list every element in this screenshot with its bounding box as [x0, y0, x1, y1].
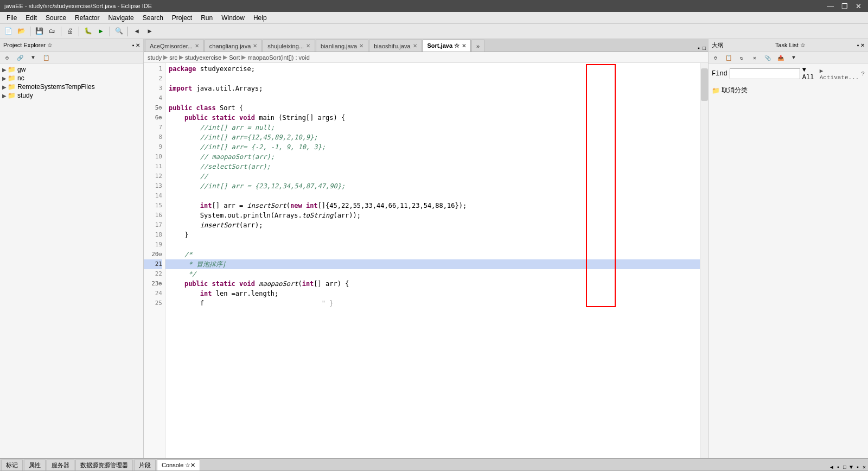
- toolbar-back[interactable]: ◀: [131, 26, 143, 37]
- rp-btn5[interactable]: 📎: [762, 52, 774, 64]
- rp-controls[interactable]: ▪ ✕: [857, 42, 865, 48]
- code-line-3: import java.util.Arrays;: [165, 84, 708, 93]
- tab-close-sort[interactable]: ✕: [462, 43, 466, 49]
- pe-label-remote: RemoteSystemsTempFiles: [17, 83, 95, 91]
- titlebar: javaEE - study/src/studyexercise/Sort.ja…: [0, 0, 868, 12]
- ln-19: 19: [144, 240, 162, 250]
- pe-item-gw[interactable]: ▶ 📁 gw: [0, 65, 143, 74]
- pe-new[interactable]: 📋: [40, 52, 52, 64]
- rp-btn6[interactable]: 📤: [775, 52, 787, 64]
- toolbar-search[interactable]: 🔍: [113, 26, 125, 37]
- rp-all-label[interactable]: ▼ All: [802, 66, 818, 81]
- toolbar-save[interactable]: 💾: [33, 26, 45, 37]
- ln-2: 2: [144, 74, 162, 84]
- editor-tabs: AceQmisorder... ✕ changliang.java ✕ shuj…: [144, 39, 708, 52]
- pe-toolbar: ⊖ 🔗 ▼ 📋: [0, 52, 143, 64]
- code-line-19: [165, 240, 708, 250]
- breadcrumb-class[interactable]: Sort: [229, 54, 240, 61]
- line-numbers: 1 2 3 4 5⊖ 6⊖ 7 8 9 10 11 12 13 14 15 16…: [144, 63, 165, 458]
- pe-filter[interactable]: ▼: [27, 52, 39, 64]
- tab-close-aceqmisorder[interactable]: ✕: [195, 43, 199, 49]
- titlebar-title: javaEE - study/src/studyexercise/Sort.ja…: [4, 3, 152, 9]
- breadcrumb-src[interactable]: src: [169, 54, 177, 61]
- rp-btn7[interactable]: ▼: [788, 52, 800, 64]
- menu-help[interactable]: Help: [249, 13, 271, 23]
- rp-btn4[interactable]: ✕: [749, 52, 761, 64]
- ctab-snippet[interactable]: 片段: [134, 460, 156, 470]
- menu-refactor[interactable]: Refactor: [71, 13, 104, 23]
- toolbar-forward[interactable]: ▶: [144, 26, 156, 37]
- pe-item-remote[interactable]: ▶ 📁 RemoteSystemsTempFiles: [0, 82, 143, 91]
- ctab-property[interactable]: 属性: [24, 460, 46, 470]
- menu-navigate[interactable]: Navigate: [104, 13, 138, 23]
- ln-22: 22: [144, 269, 162, 279]
- pe-collapse[interactable]: ⊖: [1, 52, 13, 64]
- editor-scrollbar[interactable]: [700, 63, 708, 458]
- toolbar-new[interactable]: 📄: [2, 26, 14, 37]
- tab-close-bianliang[interactable]: ✕: [359, 43, 363, 49]
- editor-minimize[interactable]: ▪: [697, 46, 700, 52]
- menu-search[interactable]: Search: [138, 13, 168, 23]
- ctab-close-console[interactable]: ✕: [190, 462, 195, 469]
- pe-arrow-gw: ▶: [2, 67, 7, 73]
- breadcrumb-sep2: ▶: [179, 54, 183, 61]
- ctab-server[interactable]: 服务器: [47, 460, 74, 470]
- ln-17: 17: [144, 220, 162, 230]
- rp-activate[interactable]: ▶ Activate...: [820, 67, 859, 81]
- tab-close-biaoshifu[interactable]: ✕: [413, 43, 417, 49]
- menu-edit[interactable]: Edit: [21, 13, 41, 23]
- ctab-datasource[interactable]: 数据源资源管理器: [75, 460, 133, 470]
- scrollbar-thumb[interactable]: [701, 68, 708, 101]
- code-editor[interactable]: 1 2 3 4 5⊖ 6⊖ 7 8 9 10 11 12 13 14 15 16…: [144, 63, 708, 458]
- close-button[interactable]: ✕: [853, 2, 864, 10]
- menu-run[interactable]: Run: [196, 13, 217, 23]
- toolbar-save-all[interactable]: 🗂: [46, 26, 58, 37]
- breadcrumb-package[interactable]: studyexercise: [185, 54, 221, 61]
- code-content[interactable]: package studyexercise; import java.util.…: [165, 63, 708, 458]
- window-controls[interactable]: — ❐ ✕: [825, 2, 864, 10]
- breadcrumb-sep1: ▶: [163, 54, 168, 61]
- toolbar-open[interactable]: 📂: [15, 26, 27, 37]
- console-controls[interactable]: ◀ ▪ □ ▼ ▪ ✕: [830, 464, 866, 470]
- rp-folder-item[interactable]: 📁 取消分类: [712, 86, 865, 95]
- menu-window[interactable]: Window: [217, 13, 249, 23]
- breadcrumb-method[interactable]: maopaoSort(int[]) : void: [247, 54, 309, 61]
- pe-item-study[interactable]: ▶ 📁 study: [0, 91, 143, 100]
- toolbar-sep2: [61, 27, 61, 36]
- toolbar-print[interactable]: 🖨: [64, 26, 76, 37]
- tab-aceqmisorder[interactable]: AceQmisorder... ✕: [145, 40, 204, 52]
- rp-btn2[interactable]: 📋: [723, 52, 735, 64]
- tab-label-bianliang: bianliang.java: [321, 43, 357, 49]
- maximize-button[interactable]: ❐: [839, 2, 850, 10]
- tab-label-more: »: [476, 43, 480, 49]
- ctab-console[interactable]: Console ☆ ✕: [157, 460, 200, 470]
- pe-content: ▶ 📁 gw ▶ 📁 nc ▶ 📁 RemoteSystemsTempFiles…: [0, 64, 143, 458]
- editor-maximize[interactable]: □: [703, 46, 706, 52]
- code-line-20: /*: [165, 250, 708, 259]
- tab-sort[interactable]: Sort.java ☆ ✕: [423, 40, 471, 52]
- rp-help[interactable]: ?: [861, 71, 865, 77]
- ctab-label-snippet: 片段: [139, 461, 151, 469]
- tab-more[interactable]: »: [471, 40, 484, 52]
- pe-minimize[interactable]: ▪ ✕: [132, 42, 140, 48]
- tab-bianliang[interactable]: bianliang.java ✕: [316, 40, 368, 52]
- minimize-button[interactable]: —: [825, 2, 836, 10]
- rp-find-input[interactable]: [730, 68, 800, 79]
- pe-link[interactable]: 🔗: [14, 52, 26, 64]
- tab-biaoshifu[interactable]: biaoshifu.java ✕: [369, 40, 422, 52]
- ctab-label-console: Console ☆: [162, 462, 190, 469]
- toolbar-run[interactable]: ▶: [95, 26, 107, 37]
- tab-close-changliang[interactable]: ✕: [253, 43, 257, 49]
- tab-changliang[interactable]: changliang.java ✕: [205, 40, 262, 52]
- rp-btn1[interactable]: ⊖: [710, 52, 722, 64]
- toolbar-debug[interactable]: 🐛: [82, 26, 94, 37]
- menu-file[interactable]: File: [2, 13, 21, 23]
- rp-btn3[interactable]: ↻: [736, 52, 748, 64]
- pe-item-nc[interactable]: ▶ 📁 nc: [0, 74, 143, 82]
- breadcrumb-study[interactable]: study: [148, 54, 162, 61]
- tab-close-shujuleixing[interactable]: ✕: [306, 43, 310, 49]
- menu-project[interactable]: Project: [168, 13, 196, 23]
- menu-source[interactable]: Source: [41, 13, 71, 23]
- tab-shujuleixing[interactable]: shujuleixing... ✕: [263, 40, 315, 52]
- ctab-mark[interactable]: 标记: [1, 460, 23, 470]
